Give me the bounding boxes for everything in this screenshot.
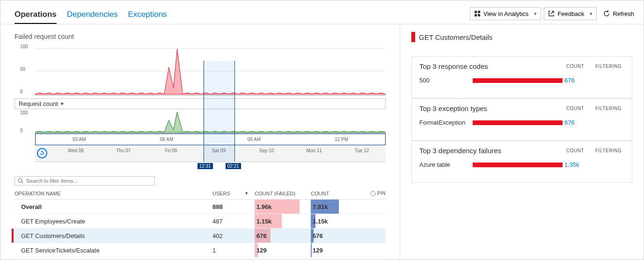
cell-users: 487 <box>212 218 245 225</box>
table-row[interactable]: GET Customers/Details 402 676 676 <box>15 229 386 243</box>
detail-panel: Top 3 response codes COUNT FILTERING 500… <box>411 56 632 98</box>
col-header-count[interactable]: COUNT <box>311 191 367 196</box>
tab-exceptions[interactable]: Exceptions <box>128 10 167 24</box>
table-row[interactable]: Overall 888 1.96k 7.81k <box>15 200 386 214</box>
cell-count: 7.81k <box>311 200 367 214</box>
svg-point-8 <box>371 191 375 196</box>
request-count-chart[interactable]: 100 0 03 AM 06 AM 09 AM 12 PM <box>15 110 386 162</box>
time-selection[interactable]: ⇔ 12:31 02:21 <box>204 61 235 162</box>
ytick: 50 <box>20 67 25 72</box>
panel-title: Top 3 dependency failures <box>419 147 566 155</box>
svg-rect-1 <box>478 11 480 13</box>
col-header-failed[interactable]: COUNT (FAILED) <box>255 191 311 196</box>
feedback-button[interactable]: Feedback ▾ <box>544 7 597 20</box>
external-link-icon <box>548 10 555 17</box>
request-count-dropdown[interactable]: Request count ▾ <box>15 98 386 109</box>
panel-row[interactable]: FormatException 676 <box>419 119 624 126</box>
dropdown-label: Request count <box>19 100 58 107</box>
cell-users: 402 <box>212 232 245 239</box>
panel-row-bar <box>473 120 563 125</box>
time-marker-end: 02:21 <box>226 163 241 169</box>
cell-failed: 1.15k <box>255 214 311 228</box>
cell-operation-name: GET Customers/Details <box>15 232 212 239</box>
panel-title: Top 3 exception types <box>419 104 566 112</box>
panel-row-count[interactable]: 676 <box>564 77 593 84</box>
detail-title: GET Customers/Details <box>411 32 632 42</box>
chart-title-failed: Failed request count <box>15 33 386 40</box>
cell-failed: 676 <box>255 229 311 243</box>
chevron-down-icon: ▾ <box>534 11 537 17</box>
col-header-users[interactable]: USERS <box>212 191 245 196</box>
tab-operations[interactable]: Operations <box>15 10 57 24</box>
failed-request-chart[interactable]: 100 50 0 <box>15 44 386 96</box>
ytick: 100 <box>20 110 28 115</box>
timeline-scrubber[interactable]: Wed 06 Thu 07 Fri 08 Sat 09 Sep 10 Mon 1… <box>35 145 386 162</box>
tab-dependencies[interactable]: Dependencies <box>67 10 118 24</box>
time-marker-start: 12:31 <box>198 163 213 169</box>
panel-row-label: 500 <box>419 77 471 84</box>
operations-table: Overall 888 1.96k 7.81k GET Employees/Cr… <box>15 200 386 258</box>
ytick: 0 <box>20 128 23 133</box>
panel-title: Top 3 response codes <box>419 62 566 70</box>
col-header-pin[interactable]: PIN <box>367 190 386 196</box>
cell-operation-name: Overall <box>15 203 212 210</box>
cell-operation-name: GET Employees/Create <box>15 218 212 225</box>
panel-row-count[interactable]: 1.35k <box>564 161 593 168</box>
chevron-down-icon: ▾ <box>61 101 64 107</box>
svg-point-6 <box>18 178 22 182</box>
cell-failed: 129 <box>255 243 311 257</box>
panel-col-filter: FILTERING <box>595 64 624 69</box>
search-input-wrapper[interactable] <box>15 176 155 186</box>
cell-users: 1 <box>212 247 245 254</box>
svg-rect-3 <box>478 14 480 16</box>
panel-col-filter: FILTERING <box>595 106 624 111</box>
panel-row-bar <box>473 163 563 167</box>
search-input[interactable] <box>26 178 152 184</box>
col-header-name[interactable]: OPERATION NAME <box>15 191 212 196</box>
refresh-label: Refresh <box>613 10 634 17</box>
svg-rect-0 <box>475 11 477 13</box>
ytick: 0 <box>20 89 23 94</box>
feedback-label: Feedback <box>557 10 584 17</box>
cell-count: 1.15k <box>311 214 367 228</box>
panel-row-count[interactable]: 676 <box>564 119 593 126</box>
panel-col-filter: FILTERING <box>595 148 624 153</box>
panel-col-count: COUNT <box>566 148 595 153</box>
detail-panel: Top 3 dependency failures COUNT FILTERIN… <box>411 141 632 183</box>
cell-operation-name: GET ServiceTickets/Escalate <box>15 247 212 254</box>
panel-col-count: COUNT <box>566 64 595 69</box>
ytick: 100 <box>20 44 28 49</box>
cell-users: 888 <box>212 203 245 210</box>
cell-failed: 1.96k <box>255 200 311 214</box>
table-row[interactable]: GET ServiceTickets/Escalate 1 129 129 <box>15 243 386 258</box>
cell-count: 676 <box>311 229 367 243</box>
view-analytics-label: View in Analytics <box>483 10 529 17</box>
table-header: OPERATION NAME USERS ▾ COUNT (FAILED) CO… <box>15 186 386 200</box>
accent-mark <box>411 32 415 42</box>
revert-icon[interactable] <box>37 148 47 158</box>
panel-col-count: COUNT <box>566 106 595 111</box>
panel-row[interactable]: Azure table 1.35k <box>419 161 624 168</box>
panel-row[interactable]: 500 676 <box>419 77 624 84</box>
sort-icon[interactable]: ▾ <box>245 190 255 196</box>
refresh-icon <box>603 10 610 17</box>
detail-panel: Top 3 exception types COUNT FILTERING Fo… <box>411 98 632 141</box>
panel-row-bar <box>473 78 563 83</box>
chevron-down-icon: ▾ <box>590 11 593 17</box>
table-row[interactable]: GET Employees/Create 487 1.15k 1.15k <box>15 214 386 229</box>
cell-count: 129 <box>311 243 367 257</box>
panel-row-label: FormatException <box>419 119 471 126</box>
refresh-button[interactable]: Refresh <box>600 7 638 20</box>
svg-line-7 <box>22 182 23 183</box>
analytics-icon <box>474 10 481 17</box>
view-analytics-button[interactable]: View in Analytics ▾ <box>470 7 542 20</box>
panel-row-label: Azure table <box>419 161 471 168</box>
search-icon <box>18 178 23 184</box>
svg-rect-2 <box>475 14 477 16</box>
